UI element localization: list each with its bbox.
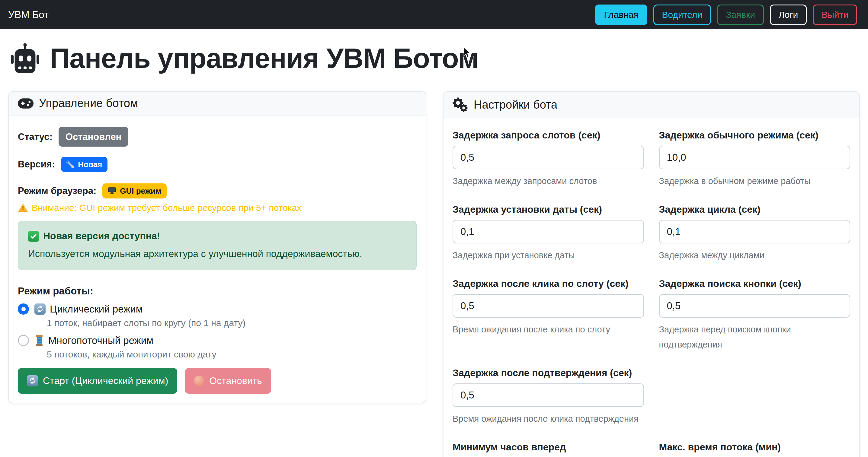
status-label: Статус: [18,132,53,142]
bot-control-card: Управление ботом Статус: Остановлен Верс… [8,91,426,403]
nav-home-button[interactable]: Главная [595,4,647,25]
mode-cyclic-label: Циклический режим [50,303,143,315]
slot-request-delay-input[interactable] [453,146,644,169]
version-label: Версия: [18,159,55,170]
field-label: Задержка поиска кнопки (сек) [659,278,850,289]
mode-cyclic-desc: 1 поток, набирает слоты по кругу (по 1 н… [47,318,416,328]
field-label: Задержка запроса слотов (сек) [453,130,644,141]
thread-spool-icon [34,335,44,346]
field-help: Задержка перед поиском кнопки подтвержде… [659,322,850,353]
field-normal-mode-delay: Задержка обычного режима (сек) Задержка … [659,130,850,189]
nav-logout-button[interactable]: Выйти [813,4,857,25]
alert-text: Используется модульная архитектура с улу… [28,247,406,261]
mouse-cursor [463,47,471,58]
navbar-menu: Главная Водители Заявки Логи Выйти [595,4,857,25]
field-cycle-delay: Задержка цикла (сек) Задержка между цикл… [659,204,850,263]
robot-icon [8,43,42,74]
field-spacer [659,367,850,427]
field-help: Время ожидания после клика по слоту [453,322,644,337]
field-label: Макс. время потока (мин) [659,442,850,453]
date-set-delay-input[interactable] [453,220,644,243]
cycle-delay-input[interactable] [659,220,850,243]
mode-multithread-desc: 5 потоков, каждый мониторит свою дату [47,349,416,360]
cycle-arrows-icon [34,303,45,315]
field-max-thread-time: Макс. время потока (мин) Максимальное вр… [659,442,850,457]
after-slot-click-delay-input[interactable] [453,294,644,318]
mode-multithread-label: Многопоточный режим [48,335,153,346]
status-badge: Остановлен [59,127,128,146]
nav-requests-button[interactable]: Заявки [717,4,764,25]
normal-mode-delay-input[interactable] [659,146,850,169]
navbar-brand[interactable]: УВМ Бот [8,9,49,21]
start-button[interactable]: Старт (Циклический режим) [18,368,177,394]
field-help: Задержка между запросами слотов [453,173,644,189]
mode-option-cyclic[interactable]: Циклический режим [18,303,416,315]
field-date-set-delay: Задержка установки даты (сек) Задержка п… [453,204,644,263]
field-min-hours-ahead: Минимум часов вперед Минимальное время д… [453,442,644,457]
navbar: УВМ Бот Главная Водители Заявки Логи Вый… [0,0,868,29]
browser-mode-label: Режим браузера: [18,186,96,196]
wrench-icon [66,161,74,168]
bot-settings-card-header: Настройки бота [443,92,859,118]
check-icon [28,231,39,241]
field-label: Задержка после подтверждения (сек) [453,367,644,379]
field-help: Задержка в обычном режиме работы [659,173,850,189]
browser-mode-badge: GUI режим [102,184,167,198]
bot-control-card-header: Управление ботом [9,92,426,116]
page-title: Панель управления УВМ Ботом [50,42,478,74]
button-search-delay-input[interactable] [659,294,850,318]
field-label: Задержка установки даты (сек) [453,204,644,215]
gui-warning: ! Внимание: GUI режим требует больше рес… [18,203,416,213]
field-label: Задержка цикла (сек) [659,204,850,215]
stop-sign-icon [194,376,205,386]
radio-multithread[interactable] [18,335,29,346]
field-after-slot-click-delay: Задержка после клика по слоту (сек) Врем… [453,278,644,353]
monitor-icon [108,187,116,195]
mode-option-multithread[interactable]: Многопоточный режим [18,335,416,346]
bot-control-card-title: Управление ботом [39,97,138,110]
field-help: Время ожидания после клика подтверждения [453,411,644,427]
after-confirm-delay-input[interactable] [453,383,644,407]
cycle-arrows-icon [27,375,38,386]
warning-icon: ! [18,203,28,213]
field-label: Минимум часов вперед [453,442,644,453]
page-header: Панель управления УВМ Ботом [8,42,868,74]
field-after-confirm-delay: Задержка после подтверждения (сек) Время… [453,367,644,427]
field-help: Задержка при установке даты [453,248,644,263]
field-button-search-delay: Задержка поиска кнопки (сек) Задержка пе… [659,278,850,353]
field-slot-request-delay: Задержка запроса слотов (сек) Задержка м… [453,130,644,189]
nav-logs-button[interactable]: Логи [770,4,807,25]
new-version-alert: Новая версия доступна! Используется моду… [18,221,416,270]
nav-drivers-button[interactable]: Водители [653,4,711,25]
version-badge: Новая [61,157,107,172]
bot-settings-card-title: Настройки бота [474,98,557,111]
gears-icon [453,97,468,112]
field-help: Задержка между циклами [659,248,850,263]
gamepad-icon [18,98,33,108]
field-label: Задержка обычного режима (сек) [659,130,850,141]
work-mode-label: Режим работы: [18,285,416,297]
radio-cyclic[interactable] [18,303,29,315]
field-label: Задержка после клика по слоту (сек) [453,278,644,289]
bot-settings-card: Настройки бота Задержка запроса слотов (… [443,91,860,457]
stop-button[interactable]: Остановить [185,368,271,394]
alert-title: Новая версия доступна! [43,230,160,241]
